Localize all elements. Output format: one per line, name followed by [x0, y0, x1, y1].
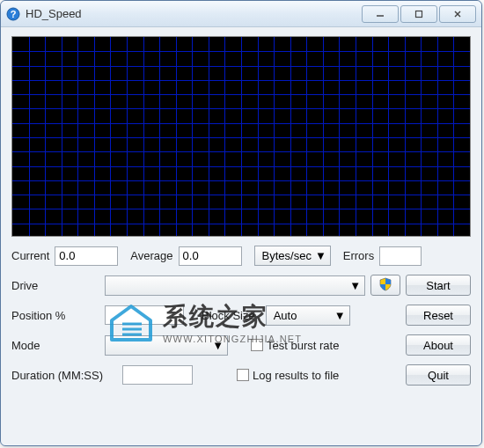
speed-graph [11, 36, 471, 237]
chevron-down-icon: ▼ [334, 309, 346, 322]
checkbox-icon [251, 339, 263, 351]
drive-label: Drive [11, 279, 99, 292]
current-label: Current [11, 249, 49, 262]
current-value[interactable] [55, 246, 118, 266]
duration-row: Duration (MM:SS) Log results to file Qui… [11, 364, 471, 386]
units-dropdown[interactable]: Bytes/sec ▼ [254, 246, 331, 266]
svg-rect-3 [416, 11, 422, 17]
blocksize-label: Block Size [202, 309, 255, 322]
errors-value[interactable] [379, 246, 422, 266]
mode-row: Mode ▼ Test burst rate About [11, 334, 471, 356]
position-row: Position % Block Size Auto ▼ Reset [11, 305, 471, 326]
window-controls [362, 5, 476, 23]
quit-button[interactable]: Quit [406, 364, 471, 386]
uac-shield-button[interactable] [370, 275, 400, 296]
checkbox-icon [237, 369, 249, 381]
drive-dropdown[interactable]: ▼ [105, 275, 365, 296]
start-button[interactable]: Start [406, 275, 471, 296]
position-label: Position % [11, 309, 99, 322]
shield-icon [378, 277, 392, 294]
about-button[interactable]: About [406, 334, 471, 356]
blocksize-selected: Auto [274, 309, 331, 322]
position-input[interactable] [105, 305, 184, 325]
app-icon: ? [6, 7, 20, 21]
client-area: Current Average Bytes/sec ▼ Errors Drive… [1, 27, 481, 445]
app-window: ? HD_Speed Current Average Bytes/sec ▼ E… [0, 0, 482, 446]
duration-label: Duration (MM:SS) [11, 369, 117, 382]
window-title: HD_Speed [26, 7, 362, 20]
minimize-button[interactable] [362, 5, 399, 23]
mode-dropdown[interactable]: ▼ [105, 335, 228, 356]
titlebar: ? HD_Speed [1, 1, 481, 27]
duration-input[interactable] [122, 365, 193, 385]
mode-label: Mode [11, 339, 99, 352]
chevron-down-icon: ▼ [212, 339, 224, 352]
stats-row: Current Average Bytes/sec ▼ Errors [11, 246, 471, 266]
svg-text:?: ? [11, 9, 17, 19]
chevron-down-icon: ▼ [349, 279, 361, 292]
errors-label: Errors [343, 249, 374, 262]
average-value[interactable] [179, 246, 242, 266]
average-label: Average [130, 249, 172, 262]
units-selected: Bytes/sec [262, 249, 312, 262]
blocksize-dropdown[interactable]: Auto ▼ [266, 305, 350, 326]
reset-button[interactable]: Reset [406, 305, 471, 326]
close-button[interactable] [439, 5, 476, 23]
chevron-down-icon: ▼ [315, 249, 326, 262]
maximize-button[interactable] [400, 5, 437, 23]
log-results-checkbox[interactable]: Log results to file [237, 369, 339, 382]
drive-row: Drive ▼ Start [11, 275, 471, 296]
test-burst-checkbox[interactable]: Test burst rate [251, 339, 339, 352]
